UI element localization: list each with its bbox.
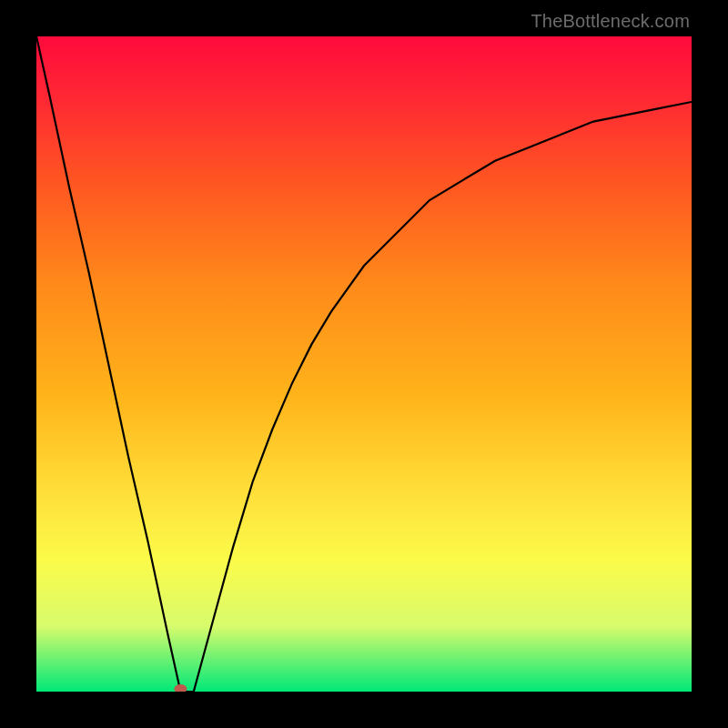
watermark-text: TheBottleneck.com <box>531 11 690 32</box>
bottleneck-curve <box>36 36 692 692</box>
chart-frame: TheBottleneck.com <box>0 0 728 728</box>
plot-area <box>36 36 692 692</box>
optimal-point-marker <box>174 684 187 692</box>
chart-svg <box>36 36 692 692</box>
